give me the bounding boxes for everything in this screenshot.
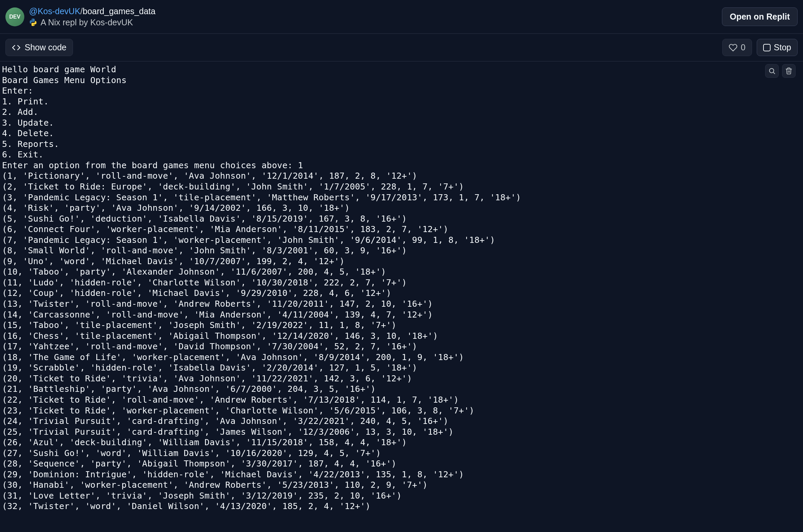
console-wrapper: Hello board game World Board Games Menu … xyxy=(0,61,803,514)
show-code-label: Show code xyxy=(25,42,66,52)
search-icon xyxy=(768,67,776,75)
console-search-button[interactable] xyxy=(765,64,779,78)
avatar[interactable]: DEV xyxy=(5,7,24,26)
like-count: 0 xyxy=(741,42,746,52)
stop-icon xyxy=(763,44,770,51)
svg-line-1 xyxy=(773,72,775,74)
user-link[interactable]: @Kos-devUK xyxy=(29,6,80,16)
subtitle-row: A Nix repl by Kos-devUK xyxy=(29,18,155,27)
header: DEV @Kos-devUK / board_games_data A Nix … xyxy=(0,0,803,34)
breadcrumb-separator: / xyxy=(80,6,83,16)
stop-button[interactable]: Stop xyxy=(757,39,798,56)
repo-name[interactable]: board_games_data xyxy=(83,6,155,16)
trash-icon xyxy=(785,67,792,75)
subtitle-text: A Nix repl by Kos-devUK xyxy=(40,18,133,27)
console-output[interactable]: Hello board game World Board Games Menu … xyxy=(2,64,801,512)
avatar-text: DEV xyxy=(9,14,21,20)
like-button[interactable]: 0 xyxy=(722,39,752,56)
console-actions xyxy=(765,64,796,78)
breadcrumb-column: @Kos-devUK / board_games_data A Nix repl… xyxy=(29,6,155,27)
stop-label: Stop xyxy=(774,42,791,52)
show-code-button[interactable]: Show code xyxy=(5,39,73,56)
breadcrumb: @Kos-devUK / board_games_data xyxy=(29,6,155,16)
header-left: DEV @Kos-devUK / board_games_data A Nix … xyxy=(5,6,155,27)
code-icon xyxy=(12,43,21,52)
open-on-replit-button[interactable]: Open on Replit xyxy=(722,7,798,26)
toolbar-right: 0 Stop xyxy=(722,39,798,56)
toolbar: Show code 0 Stop xyxy=(0,34,803,61)
console-clear-button[interactable] xyxy=(782,64,796,78)
toolbar-left: Show code xyxy=(5,39,73,56)
heart-icon xyxy=(729,43,738,52)
python-icon xyxy=(29,18,37,26)
